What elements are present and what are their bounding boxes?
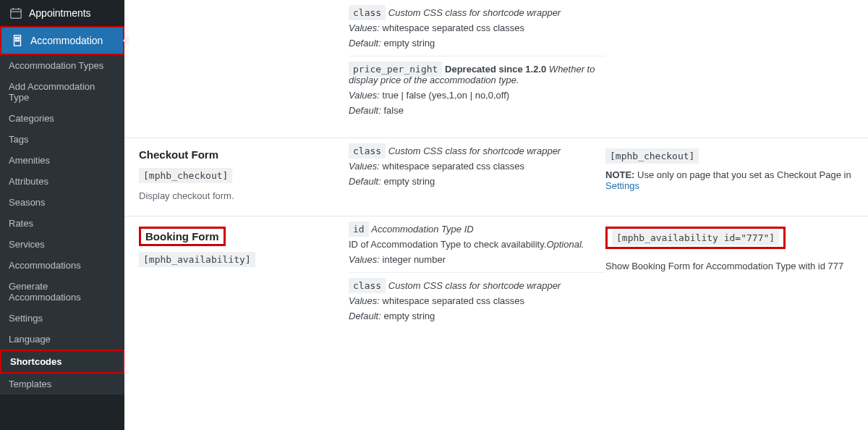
svg-rect-7 bbox=[15, 40, 17, 41]
param-block-class: class Custom CSS class for shortcode wra… bbox=[349, 273, 605, 329]
values-text: whitespace separated css classes bbox=[383, 295, 525, 306]
shortcode-tag: [mphb_checkout] bbox=[139, 168, 232, 183]
values-label: Values: bbox=[349, 22, 380, 33]
menu-accommodation[interactable]: Accommodation bbox=[0, 26, 124, 55]
shortcode-example: [mphb_availability id="777"] bbox=[612, 230, 779, 245]
param-block-class: class Custom CSS class for shortcode wra… bbox=[349, 0, 605, 56]
param-full-desc: ID of Accommodation Type to check availa… bbox=[349, 239, 605, 250]
values-label: Values: bbox=[349, 295, 380, 306]
submenu-accommodation-types[interactable]: Accommodation Types bbox=[0, 55, 124, 76]
default-label: Default: bbox=[349, 38, 381, 49]
values-label: Values: bbox=[349, 161, 380, 172]
highlight-booking-title: Booking Form bbox=[139, 227, 226, 246]
settings-link[interactable]: Settings bbox=[605, 180, 639, 191]
section-title-checkout: Checkout Form bbox=[139, 148, 334, 161]
default-text: false bbox=[383, 105, 403, 116]
note-text: Use only on page that you set as Checkou… bbox=[634, 169, 851, 180]
building-icon bbox=[10, 33, 25, 48]
calendar-icon bbox=[9, 6, 23, 20]
content-area: class Custom CSS class for shortcode wra… bbox=[124, 0, 868, 430]
shortcode-row-booking: Booking Form [mphb_availability] id Acco… bbox=[124, 216, 868, 336]
submenu-rates[interactable]: Rates bbox=[0, 213, 124, 234]
default-text: empty string bbox=[383, 311, 435, 321]
values-label: Values: bbox=[349, 90, 380, 101]
submenu-tags[interactable]: Tags bbox=[0, 129, 124, 150]
param-block-price-per-night: price_per_night Deprecated since 1.2.0 W… bbox=[349, 56, 605, 123]
submenu-accommodations[interactable]: Accommodations bbox=[0, 255, 124, 276]
param-desc: Custom CSS class for shortcode wrapper bbox=[388, 280, 561, 291]
default-label: Default: bbox=[349, 105, 381, 116]
default-label: Default: bbox=[349, 311, 381, 321]
param-name: class bbox=[349, 5, 386, 20]
menu-label: Appointments bbox=[29, 7, 91, 19]
submenu-services[interactable]: Services bbox=[0, 234, 124, 255]
submenu-templates[interactable]: Templates bbox=[0, 374, 124, 395]
default-text: empty string bbox=[383, 38, 435, 49]
shortcode-row-checkout: Checkout Form [mphb_checkout] Display ch… bbox=[124, 138, 868, 216]
section-title-booking: Booking Form bbox=[145, 230, 219, 243]
submenu-shortcodes[interactable]: Shortcodes bbox=[0, 350, 124, 374]
submenu-generate-accommodations[interactable]: Generate Accommodations bbox=[0, 276, 124, 308]
admin-sidebar: Appointments Accommodation Accommodation… bbox=[0, 0, 124, 430]
submenu-settings[interactable]: Settings bbox=[0, 308, 124, 329]
param-name: class bbox=[349, 278, 386, 293]
values-text: integer number bbox=[383, 254, 446, 265]
submenu-amenities[interactable]: Amenities bbox=[0, 150, 124, 171]
param-desc: Custom CSS class for shortcode wrapper bbox=[388, 7, 561, 18]
submenu-add-accommodation-type[interactable]: Add Accommodation Type bbox=[0, 76, 124, 108]
submenu-categories[interactable]: Categories bbox=[0, 108, 124, 129]
menu-label: Accommodation bbox=[30, 35, 103, 46]
shortcode-tag: [mphb_availability] bbox=[139, 252, 255, 267]
values-text: whitespace separated css classes bbox=[383, 161, 525, 172]
param-name: id bbox=[349, 222, 369, 237]
values-text: whitespace separated css classes bbox=[383, 22, 525, 33]
values-label: Values: bbox=[349, 254, 380, 265]
param-name: class bbox=[349, 143, 386, 159]
checkout-note: NOTE: Use only on page that you set as C… bbox=[605, 169, 859, 191]
example-description: Show Booking Form for Accommodation Type… bbox=[605, 261, 859, 271]
submenu-attributes[interactable]: Attributes bbox=[0, 171, 124, 192]
default-text: empty string bbox=[383, 176, 435, 187]
default-label: Default: bbox=[349, 176, 381, 187]
param-desc: Accommodation Type ID bbox=[371, 224, 473, 235]
note-prefix: NOTE: bbox=[605, 169, 634, 180]
deprecated-label: Deprecated since 1.2.0 bbox=[445, 64, 546, 75]
svg-rect-0 bbox=[11, 9, 21, 19]
param-block-class: class Custom CSS class for shortcode wra… bbox=[349, 138, 605, 194]
highlight-booking-example: [mphb_availability id="777"] bbox=[605, 227, 786, 249]
menu-appointments[interactable]: Appointments bbox=[0, 0, 124, 26]
values-text: true | false (yes,1,on | no,0,off) bbox=[383, 90, 510, 101]
shortcode-example: [mphb_checkout] bbox=[605, 148, 699, 164]
svg-rect-6 bbox=[18, 38, 20, 39]
svg-rect-8 bbox=[18, 40, 20, 41]
param-desc: Custom CSS class for shortcode wrapper bbox=[388, 146, 561, 156]
section-description: Display checkout form. bbox=[139, 190, 334, 201]
submenu-language[interactable]: Language bbox=[0, 329, 124, 350]
param-block-id: id Accommodation Type ID ID of Accommoda… bbox=[349, 216, 605, 273]
shortcode-row-fragment-top: class Custom CSS class for shortcode wra… bbox=[124, 0, 868, 138]
submenu: Accommodation Types Add Accommodation Ty… bbox=[0, 55, 124, 395]
svg-rect-5 bbox=[15, 38, 17, 39]
submenu-seasons[interactable]: Seasons bbox=[0, 192, 124, 213]
